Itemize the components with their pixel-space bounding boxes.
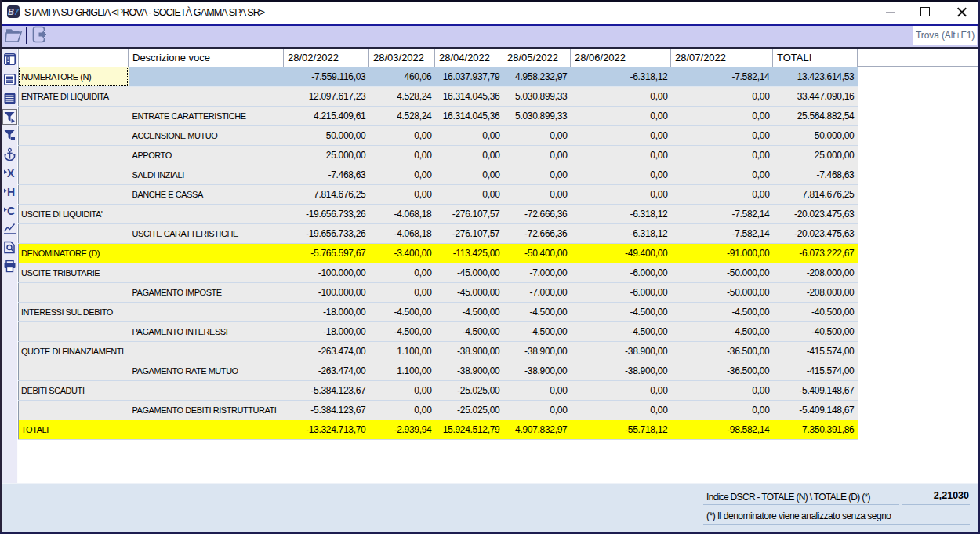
svg-text:C: C <box>7 205 15 217</box>
svg-text:X: X <box>7 167 15 180</box>
svg-text:H: H <box>7 186 15 198</box>
